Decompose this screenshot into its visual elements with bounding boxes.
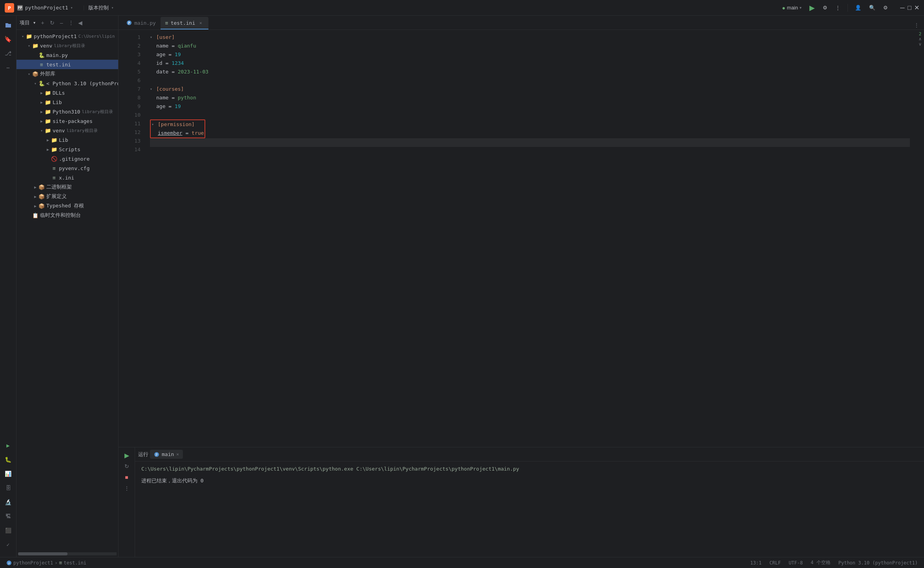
fold-7[interactable]: ▾ [150,85,156,93]
fold-11[interactable]: ▾ [152,120,158,129]
tree-item-x-ini[interactable]: ≡ x.ini [16,173,118,182]
tree-label-lib: Lib [53,99,62,105]
code-line-12: ismember = true [152,129,204,137]
folder-icon-venv-inner: 📁 [45,127,51,134]
tree-item-lib[interactable]: ▶ 📁 Lib [16,97,118,107]
run-stop-btn[interactable]: ■ [122,473,131,482]
more-actions-button[interactable]: ⋮ [833,3,843,12]
tab-more-btn[interactable]: ⋮ [912,21,921,29]
status-breadcrumb[interactable]: P pythonProject1 › ≡ test.ini [5,559,88,566]
sidebar-item-todo[interactable]: ✓ [2,538,15,551]
ini-tab-icon: ≡ [165,20,168,26]
ini-icon-test: ≡ [38,61,45,68]
tree-item-scratch[interactable]: 📋 临时文件和控制台 [16,211,118,220]
project-label[interactable]: PP pythonProject1 ▾ [17,5,73,11]
code-editor[interactable]: ▾ [user] name = qianfu [144,30,916,447]
collab-icon: 👤 [855,5,861,11]
code-val-19-2: 19 [175,102,181,111]
sidebar-item-profile[interactable]: 📊 [2,467,15,480]
tree-label-root: pythonProject1 [34,33,77,39]
tree-item-venv-inner[interactable]: ▾ 📁 venv library根目录 [16,126,118,135]
tree-item-root[interactable]: ▾ 📁 pythonProject1 C:\Users\lipin [16,31,118,41]
sidebar-options-btn[interactable]: ⋮ [67,18,75,27]
tree-item-typeshed[interactable]: ▶ 📦 Typeshed 存根 [16,201,118,211]
run-more-btn[interactable]: ⋮ [122,484,131,493]
project-dropdown-icon: ▾ [71,5,73,10]
status-position[interactable]: 13:1 [749,559,763,567]
folder-icon-site-packages: 📁 [45,118,51,124]
sidebar-item-database[interactable]: 🗄 [2,482,15,494]
minimize-button[interactable]: ─ [900,5,905,11]
tree-item-scripts[interactable]: ▶ 📁 Scripts [16,145,118,154]
code-eq-6: = [165,102,174,111]
tree-item-binary[interactable]: ▶ 📦 二进制框架 [16,182,118,192]
sidebar-item-run[interactable]: ▶ [2,439,15,452]
tree-item-lib-inner[interactable]: ▶ 📁 Lib [16,135,118,145]
code-key-date: date [156,68,168,76]
settings-button[interactable]: ⚙ [881,3,890,12]
tree-label-lib-inner: Lib [59,137,68,143]
tree-item-external[interactable]: ▾ 📦 外部库 [16,69,118,79]
inspection-panel: 2 ∧ ∨ [916,30,924,447]
sidebar-new-btn[interactable]: + [38,18,47,27]
inspection-up-btn[interactable]: ∧ [919,37,922,42]
run-button[interactable]: ▶ [807,2,817,14]
tree-item-python310[interactable]: ▾ 🐍 < Python 3.10 (pythonProje... [16,79,118,88]
run-config-btn[interactable]: ● main ▾ [780,3,804,13]
run-play-btn[interactable]: ▶ [122,451,131,460]
sidebar-item-terminal[interactable]: ⬛ [2,524,15,537]
sidebar-hide-btn[interactable]: ◀ [76,18,85,27]
tab-close-test-ini[interactable]: ✕ [197,20,204,26]
sidebar-collapse-btn[interactable]: – [57,18,66,27]
status-indent[interactable]: 4 个空格 [809,559,832,567]
inspection-down-btn[interactable]: ∨ [919,42,922,47]
collab-button[interactable]: 👤 [853,3,864,12]
tree-item-extensions[interactable]: ▶ 📦 扩展定义 [16,192,118,201]
close-button[interactable]: ✕ [914,5,919,11]
sidebar-item-commit[interactable]: ⎇ [2,47,15,60]
svg-text:P: P [128,22,130,25]
tree-item-gitignore[interactable]: 🚫 .gitignore [16,154,118,163]
build-button[interactable]: ⚙ [820,3,830,12]
inspection-count[interactable]: 2 [919,31,922,37]
code-line-3: age = 19 [150,50,910,59]
tree-arrow-main [32,52,38,58]
sidebar-sync-btn[interactable]: ↻ [48,18,57,27]
run-tab-close[interactable]: ✕ [176,452,179,457]
tree-item-python310-dir[interactable]: ▶ 📁 Python310 library根目录 [16,107,118,116]
vcs-label[interactable]: 版本控制 ▾ [88,4,113,11]
tab-test-ini-label: test.ini [171,20,195,26]
maximize-button[interactable]: □ [907,5,912,11]
sidebar-scrollbar[interactable] [18,552,117,555]
sidebar-item-project[interactable] [2,19,15,31]
code-val-qianfu: qianfu [178,42,196,50]
sidebar-item-more[interactable]: ⋯ [2,61,15,74]
status-python-version[interactable]: Python 3.10 (pythonProject1) [837,559,919,567]
sidebar-item-debug[interactable]: 🐛 [2,453,15,466]
run-reload-btn[interactable]: ↻ [122,462,131,471]
status-encoding[interactable]: UTF-8 [787,559,804,567]
search-button[interactable]: 🔍 [867,3,878,12]
tab-main-py[interactable]: P main.py [122,17,161,29]
status-line-ending[interactable]: CRLF [768,559,782,567]
run-tab-main[interactable]: P main ✕ [150,450,183,459]
tree-item-site-packages[interactable]: ▶ 📁 site-packages [16,116,118,126]
tree-label-scratch: 临时文件和控制台 [40,212,81,219]
python-tab-icon: P [126,20,132,26]
tree-label-python310-dir: Python310 [53,109,80,115]
tree-item-venv[interactable]: ▾ 📁 venv library根目录 [16,41,118,50]
sidebar-item-structure[interactable]: 🏗 [2,510,15,522]
fold-1[interactable]: ▾ [150,33,156,42]
sidebar-item-bookmarks[interactable]: 🔖 [2,33,15,46]
tab-test-ini[interactable]: ≡ test.ini ✕ [161,17,208,29]
tree-item-pyvenv-cfg[interactable]: ≡ pyvenv.cfg [16,163,118,173]
run-label: 运行 [138,451,148,458]
code-line-4: id = 1234 [150,59,910,68]
titlebar-actions: ● main ▾ ▶ ⚙ ⋮ 👤 🔍 ⚙ ─ □ ✕ [780,2,919,14]
code-key-name1: name [156,42,168,50]
tree-item-main-py[interactable]: 🐍 main.py [16,50,118,60]
tree-item-dlls[interactable]: ▶ 📁 DLLs [16,88,118,97]
code-key-age1: age [156,50,165,59]
sidebar-item-sciview[interactable]: 🔬 [2,496,15,508]
tree-item-test-ini[interactable]: ≡ test.ini [16,60,118,69]
